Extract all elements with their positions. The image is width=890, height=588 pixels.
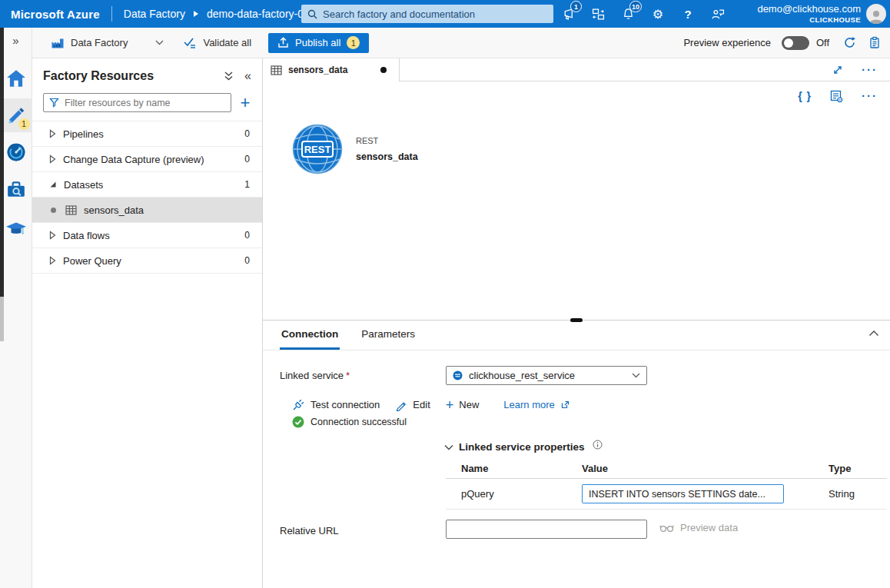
tree-item-power-query[interactable]: Power Query 0: [32, 248, 262, 274]
success-check-icon: [292, 416, 304, 428]
edit-button[interactable]: Edit: [395, 399, 430, 411]
tab-parameters[interactable]: Parameters: [360, 321, 417, 350]
properties-icon[interactable]: [830, 90, 843, 103]
chevron-down-icon: [155, 40, 164, 45]
info-icon[interactable]: [593, 440, 603, 450]
filter-funnel-icon: [49, 98, 59, 108]
tab-sensors-data[interactable]: sensors_data: [263, 58, 400, 81]
validate-all-button[interactable]: Validate all: [184, 37, 251, 48]
sidebar-item-manage[interactable]: [0, 172, 32, 206]
tree-item-count: 0: [244, 128, 250, 139]
column-value: Value: [582, 463, 829, 474]
help-icon[interactable]: ?: [681, 7, 695, 21]
code-view-icon[interactable]: { }: [798, 90, 812, 102]
sidebar-item-home[interactable]: [0, 61, 32, 95]
preview-experience-label: Preview experience: [683, 37, 770, 48]
sidebar-item-learning[interactable]: [0, 212, 32, 246]
tab-connection[interactable]: Connection: [280, 321, 340, 350]
sidebar-item-author[interactable]: 1: [0, 98, 32, 132]
tree-item-label: Power Query: [63, 255, 244, 267]
feedback-icon[interactable]: [711, 7, 725, 21]
data-factory-menu-label: Data Factory: [71, 37, 128, 48]
preview-data-button[interactable]: Preview data: [659, 522, 738, 533]
linked-service-dropdown[interactable]: clickhouse_rest_service: [446, 366, 647, 385]
refresh-icon[interactable]: [843, 36, 856, 49]
sidebar-item-monitor[interactable]: [0, 135, 32, 169]
tree-item-datasets[interactable]: Datasets 1: [32, 172, 262, 198]
validate-check-icon: [184, 37, 197, 48]
linked-service-properties-table: Name Value Type pQuery String: [446, 459, 887, 510]
panel-resize-handle[interactable]: [570, 318, 583, 322]
data-factory-menu[interactable]: Data Factory: [51, 37, 164, 49]
search-icon: [307, 9, 317, 19]
filter-resources-input[interactable]: [65, 98, 225, 108]
show-notifications-list-icon[interactable]: [868, 36, 881, 49]
expand-all-icon[interactable]: [224, 71, 234, 81]
chevron-down-icon: [632, 373, 640, 378]
left-scroll-thumb[interactable]: [0, 297, 4, 341]
collapse-panel-icon[interactable]: «: [244, 71, 251, 81]
expand-rail-icon[interactable]: »: [12, 34, 18, 52]
linked-service-icon: [453, 370, 463, 380]
tree-item-label: Change Data Capture (preview): [63, 154, 244, 165]
dataset-item-label: sensors_data: [84, 204, 144, 216]
relative-url-input[interactable]: [446, 520, 647, 539]
toggle-state-label: Off: [816, 37, 829, 48]
tree-item-change-data-capture[interactable]: Change Data Capture (preview) 0: [32, 147, 262, 172]
global-search[interactable]: [301, 5, 553, 23]
breadcrumb-factory[interactable]: demo-data-factory-00: [207, 8, 310, 20]
pquery-value-input[interactable]: [582, 484, 784, 503]
announcements-icon[interactable]: 1: [561, 7, 575, 21]
tree-item-pipelines[interactable]: Pipelines 0: [32, 121, 262, 147]
publish-all-button[interactable]: Publish all 1: [268, 33, 369, 53]
chevron-right-icon[interactable]: [49, 154, 56, 164]
search-input[interactable]: [323, 8, 547, 20]
tree-item-label: Pipelines: [63, 128, 244, 140]
factory-resources-panel: Factory Resources « + Pipelines 0 Change…: [32, 58, 263, 588]
breadcrumb-app[interactable]: Data Factory: [124, 8, 185, 20]
filter-resources-box[interactable]: [43, 93, 231, 112]
dataset-properties-panel: Connection Parameters Linked service* cl…: [263, 321, 890, 588]
factory-toolbar: Data Factory Validate all Publish all 1 …: [32, 28, 890, 58]
dataset-card[interactable]: REST REST sensors_data: [292, 124, 418, 174]
tab-more-icon[interactable]: ···: [862, 67, 878, 73]
tree-item-sensors-data[interactable]: sensors_data: [32, 198, 262, 223]
account-info[interactable]: demo@clickhouse.com CLICKHOUSE: [757, 3, 861, 25]
publish-count-badge: 1: [347, 36, 360, 49]
chevron-expanded-icon[interactable]: [49, 181, 57, 188]
preview-experience-toggle[interactable]: [782, 36, 809, 50]
test-connection-button[interactable]: Test connection: [292, 398, 380, 411]
learn-more-link[interactable]: Learn more: [503, 399, 570, 410]
toggle-knob: [784, 38, 793, 48]
connection-status-text: Connection successful: [311, 417, 407, 427]
notifications-bell-icon[interactable]: 10: [621, 7, 635, 21]
publish-all-label: Publish all: [295, 37, 340, 48]
canvas-more-icon[interactable]: ···: [862, 93, 878, 99]
announcements-badge: 1: [570, 1, 582, 12]
divider: [111, 6, 112, 22]
collapse-properties-icon[interactable]: [868, 330, 879, 337]
tree-item-data-flows[interactable]: Data flows 0: [32, 223, 262, 248]
resources-tree: Pipelines 0 Change Data Capture (preview…: [32, 121, 262, 274]
required-asterisk: *: [346, 370, 350, 381]
chevron-right-icon[interactable]: [49, 129, 56, 138]
avatar[interactable]: [866, 4, 886, 24]
chevron-right-icon[interactable]: [49, 231, 56, 240]
author-badge: 1: [18, 118, 30, 130]
property-name: pQuery: [446, 488, 582, 500]
linked-service-properties-section[interactable]: Linked service properties: [444, 441, 603, 453]
dataset-name-label: sensors_data: [356, 151, 418, 162]
edit-pencil-icon: [395, 399, 407, 411]
gear-icon[interactable]: ⚙: [651, 7, 665, 21]
chevron-right-icon[interactable]: [49, 256, 56, 265]
rest-dataset-icon: REST: [292, 124, 343, 174]
switch-directory-icon[interactable]: [591, 7, 605, 21]
expand-canvas-icon[interactable]: [832, 65, 843, 75]
new-button[interactable]: + New: [446, 399, 480, 410]
tree-item-count: 0: [244, 255, 250, 266]
azure-brand[interactable]: Microsoft Azure: [11, 8, 100, 21]
add-resource-button[interactable]: +: [234, 95, 256, 111]
notifications-badge: 10: [629, 1, 642, 12]
table-header-row: Name Value Type: [446, 459, 887, 479]
glasses-icon: [659, 523, 674, 533]
